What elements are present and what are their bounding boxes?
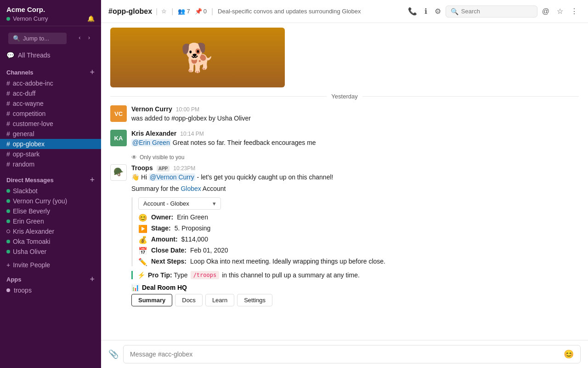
dm-item-oka[interactable]: Oka Tomoaki xyxy=(0,236,101,247)
info-icon-button[interactable]: ℹ xyxy=(422,5,430,17)
nextsteps-label: Next Steps: xyxy=(151,258,187,265)
troops-code: /troops xyxy=(191,271,220,279)
message-author-vernon: Vernon Curry xyxy=(131,105,172,113)
emoji-picker-icon[interactable]: 😊 xyxy=(564,349,574,359)
tab-settings[interactable]: Settings xyxy=(237,294,272,306)
message-row-vernon: VC Vernon Curry 10:00 PM was added to #o… xyxy=(110,105,579,123)
star-channel-icon[interactable]: ☆ xyxy=(161,8,167,15)
message-input-box: 😊 xyxy=(123,345,581,363)
user-row: Vernon Curry 🔔 xyxy=(6,15,95,22)
invite-people-label: Invite People xyxy=(13,261,50,269)
message-time-1: 10:00 PM xyxy=(176,106,199,113)
mention-erin[interactable]: @Erin Green xyxy=(131,139,171,146)
card-stage-row: ▶️ Stage: 5. Proposing xyxy=(138,224,579,233)
channel-name: competition xyxy=(13,110,46,117)
troops-summary-card: Account - Globex ▾ 😊 Owner: Erin Green ▶… xyxy=(131,197,579,266)
search-input[interactable] xyxy=(461,8,526,15)
add-channel-button[interactable]: + xyxy=(90,68,95,76)
tab-summary[interactable]: Summary xyxy=(131,294,172,306)
dm-item-erin[interactable]: Erin Green xyxy=(0,216,101,226)
message-row-troops: 🪖 Troops APP 10:23PM 👋 Hi @Vernon Curry … xyxy=(110,164,579,306)
dm-name: Elise Beverly xyxy=(13,207,50,215)
app-name: troops xyxy=(14,287,32,294)
channel-item-competition[interactable]: # competition xyxy=(0,109,101,119)
online-dot-elise xyxy=(6,209,10,213)
current-user-name: Vernon Curry xyxy=(13,15,48,22)
tab-learn[interactable]: Learn xyxy=(205,294,234,306)
channel-item-opp-globex[interactable]: # opp-globex xyxy=(0,139,101,149)
notifications-bell-icon[interactable]: 🔔 xyxy=(87,15,95,22)
channel-item-acc-wayne[interactable]: # acc-wayne xyxy=(0,98,101,109)
owner-value: Erin Green xyxy=(177,213,208,221)
pins-count: 📌 0 xyxy=(195,8,207,15)
pro-tip-row: ⚡ Pro Tip: Type /troops in this channel … xyxy=(131,271,579,279)
more-options-button[interactable]: ⋮ xyxy=(568,5,581,17)
online-status-dot xyxy=(6,17,10,21)
message-header-troops: Troops APP 10:23PM xyxy=(131,164,579,172)
search-icon: 🔍 xyxy=(451,8,458,15)
channel-item-opp-stark[interactable]: # opp-stark xyxy=(0,149,101,159)
account-dropdown[interactable]: Account - Globex ▾ xyxy=(138,197,221,210)
nav-forward-button[interactable]: › xyxy=(85,33,93,42)
dm-item-slackbot[interactable]: Slackbot xyxy=(0,186,101,196)
offline-dot-kris xyxy=(6,230,10,233)
channels-section-header: Channels + xyxy=(0,62,101,78)
stage-emoji-icon: ▶️ xyxy=(138,224,147,233)
dm-item-usha[interactable]: Usha Oliver xyxy=(0,247,101,257)
yesterday-divider: Yesterday xyxy=(110,93,579,100)
dm-section-header: Direct Messages + xyxy=(0,169,101,186)
channel-name: acc-adobe-inc xyxy=(13,80,53,87)
nav-back-button[interactable]: ‹ xyxy=(76,33,83,42)
dm-list: Slackbot Vernon Curry (you) Elise Beverl… xyxy=(0,186,101,257)
search-icon: 🔍 xyxy=(13,35,20,42)
channel-item-customer-love[interactable]: # customer-love xyxy=(0,119,101,129)
app-item-troops[interactable]: troops xyxy=(0,285,101,295)
channel-item-acc-duff[interactable]: # acc-duff xyxy=(0,88,101,98)
dm-item-elise[interactable]: Elise Beverly xyxy=(0,206,101,216)
pin-icon: 📌 xyxy=(195,8,202,15)
avatar-vernon: VC xyxy=(110,105,127,122)
add-dm-button[interactable]: + xyxy=(90,176,95,184)
channel-item-random[interactable]: # random xyxy=(0,159,101,169)
channel-item-acc-adobe-inc[interactable]: # acc-adobe-inc xyxy=(0,78,101,88)
app-dot-icon xyxy=(6,288,10,292)
phone-icon-button[interactable]: 📞 xyxy=(405,5,420,17)
message-text-3: 👋 Hi @Vernon Curry - let's get you quick… xyxy=(131,172,579,182)
channel-name: acc-wayne xyxy=(13,100,44,107)
message-header-vernon: Vernon Curry 10:00 PM xyxy=(131,105,579,113)
channel-item-general[interactable]: # general xyxy=(0,129,101,139)
messages-area: Yesterday VC Vernon Curry 10:00 PM was a… xyxy=(101,23,588,340)
deal-room-label: Deal Room HQ xyxy=(142,284,187,291)
attach-file-button[interactable]: 📎 xyxy=(108,349,119,359)
add-app-button[interactable]: + xyxy=(90,275,95,283)
star-icon-button[interactable]: ☆ xyxy=(554,5,566,17)
message-text-1: was added to #opp-globex by Usha Oliver xyxy=(131,114,579,123)
all-threads-item[interactable]: 💬 All Threads xyxy=(0,49,101,62)
message-header-kris: Kris Alexander 10:14 PM xyxy=(131,130,579,137)
plus-icon: + xyxy=(6,261,10,269)
stage-value: 5. Proposing xyxy=(175,224,211,232)
sidebar-header: Acme Corp. Vernon Curry 🔔 xyxy=(0,0,101,26)
topbar: #opp-globex | ☆ | 👥 7 📌 0 | Deal-specifi… xyxy=(101,0,588,23)
nav-arrows: ‹ › xyxy=(71,31,97,46)
message-time-3: 10:23PM xyxy=(173,165,195,172)
dm-item-kris[interactable]: Kris Alexander xyxy=(0,226,101,236)
lightning-icon: ⚡ xyxy=(137,271,145,279)
jump-to-button[interactable]: 🔍 Jump to... xyxy=(8,33,67,44)
mention-vernon[interactable]: @Vernon Curry xyxy=(149,173,195,181)
settings-icon-button[interactable]: ⚙ xyxy=(432,5,444,17)
apps-section-header: Apps + xyxy=(0,271,101,285)
channels-list: # acc-adobe-inc # acc-duff # acc-wayne #… xyxy=(0,78,101,169)
globex-link[interactable]: Globex xyxy=(181,185,201,192)
tab-docs[interactable]: Docs xyxy=(175,294,203,306)
only-visible-text: Only visible to you xyxy=(140,154,184,161)
invite-people-item[interactable]: + Invite People xyxy=(0,259,101,271)
topbar-actions: 📞 ℹ ⚙ 🔍 @ ☆ ⋮ xyxy=(405,5,581,17)
closedate-emoji-icon: 📅 xyxy=(138,247,147,255)
dm-name: Vernon Curry (you) xyxy=(13,197,67,205)
channel-name: customer-love xyxy=(13,120,53,127)
message-input[interactable] xyxy=(130,351,564,358)
yesterday-label: Yesterday xyxy=(331,93,357,100)
dm-item-vernon[interactable]: Vernon Curry (you) xyxy=(0,196,101,206)
mention-icon-button[interactable]: @ xyxy=(539,6,552,17)
